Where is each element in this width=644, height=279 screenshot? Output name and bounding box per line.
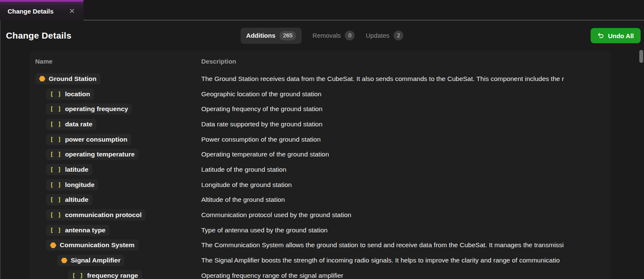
row-name-cell: [ ] location <box>35 89 201 100</box>
row-label: antenna type <box>65 226 105 234</box>
table-row[interactable]: [ ] operating temperature Operating temp… <box>35 147 611 162</box>
row-icon-slot: [ ] <box>50 121 61 128</box>
tab-additions-label: Additions <box>246 32 275 39</box>
row-name-pill[interactable]: Signal Amplifier <box>57 255 124 266</box>
row-name-pill[interactable]: [ ] antenna type <box>46 225 109 236</box>
row-icon-slot: [ ] <box>50 181 61 188</box>
tab-change-details[interactable]: Change Details ✕ <box>0 0 83 20</box>
row-icon-slot: [ ] <box>50 136 61 143</box>
tab-change-details-label: Change Details <box>8 8 53 15</box>
row-name-pill[interactable]: Ground Station <box>35 73 100 84</box>
close-icon[interactable]: ✕ <box>68 7 76 16</box>
row-description: Data rate supported by the ground statio… <box>201 120 611 128</box>
change-filter-tabs: Additions 265 Removals 0 Updates 2 <box>241 28 403 44</box>
row-description: Operating temperature of the ground stat… <box>201 151 611 158</box>
row-icon-slot <box>50 243 56 248</box>
table-row[interactable]: Signal Amplifier The Signal Amplifier bo… <box>35 253 611 268</box>
table-row[interactable]: Ground Station The Ground Station receiv… <box>35 71 611 86</box>
row-name-cell: [ ] longitude <box>35 179 201 190</box>
row-description: Type of antenna used by the ground stati… <box>201 226 611 234</box>
undo-all-button[interactable]: Undo All <box>591 28 641 43</box>
row-name-pill[interactable]: Communication System <box>46 240 139 251</box>
tab-removals[interactable]: Removals 0 <box>313 31 355 40</box>
array-brackets-icon: [ ] <box>50 212 61 218</box>
component-hexagon-icon <box>50 243 56 248</box>
additions-count-badge: 265 <box>280 31 296 40</box>
table-row[interactable]: [ ] power consumption Power consumption … <box>35 132 611 147</box>
row-name-pill[interactable]: [ ] data rate <box>46 119 96 130</box>
row-description: Latitude of the ground station <box>201 166 611 173</box>
updates-count-badge: 2 <box>394 31 403 40</box>
row-name-pill[interactable]: [ ] longitude <box>46 179 98 190</box>
table-row[interactable]: [ ] data rate Data rate supported by the… <box>35 117 611 132</box>
row-name-cell: [ ] communication protocol <box>35 209 201 220</box>
column-header-name: Name <box>35 58 201 65</box>
row-icon-slot: [ ] <box>50 196 61 203</box>
table-row[interactable]: Communication System The Communication S… <box>35 238 611 253</box>
row-icon-slot: [ ] <box>50 227 61 234</box>
row-description: Operating frequency of the ground statio… <box>201 105 611 113</box>
row-icon-slot <box>39 76 45 81</box>
table-row[interactable]: [ ] longitude Longitude of the ground st… <box>35 177 611 193</box>
window-left-border <box>0 20 0 279</box>
undo-all-label: Undo All <box>608 32 634 39</box>
row-label: Signal Amplifier <box>71 257 120 264</box>
row-label: altitude <box>65 196 88 204</box>
row-name-pill[interactable]: [ ] frequency range <box>68 270 142 279</box>
array-brackets-icon: [ ] <box>50 181 61 188</box>
document-tab-bar: Change Details ✕ <box>0 0 644 20</box>
component-hexagon-icon <box>61 258 67 263</box>
row-label: Ground Station <box>49 75 97 83</box>
table-row[interactable]: [ ] latitude Latitude of the ground stat… <box>35 162 611 177</box>
row-label: operating temperature <box>65 151 135 158</box>
column-header-description: Description <box>201 58 611 65</box>
row-name-cell: [ ] antenna type <box>35 225 201 236</box>
vertical-scrollbar-thumb[interactable] <box>639 50 643 63</box>
row-name-cell: [ ] latitude <box>35 164 201 175</box>
array-brackets-icon: [ ] <box>50 106 61 112</box>
row-name-pill[interactable]: [ ] communication protocol <box>46 209 145 220</box>
row-icon-slot: [ ] <box>50 151 61 158</box>
table-row[interactable]: [ ] frequency range Operating frequency … <box>35 268 611 279</box>
row-label: latitude <box>65 166 88 173</box>
row-label: power consumption <box>65 136 127 143</box>
table-row[interactable]: [ ] operating frequency Operating freque… <box>35 101 611 117</box>
row-description: Longitude of the ground station <box>201 181 611 189</box>
row-description: Communication protocol used by the groun… <box>201 211 611 219</box>
row-name-cell: [ ] power consumption <box>35 134 201 145</box>
row-icon-slot <box>61 258 67 263</box>
table-row[interactable]: [ ] communication protocol Communication… <box>35 207 611 223</box>
tree-rows-container: Ground Station The Ground Station receiv… <box>35 71 611 279</box>
array-brackets-icon: [ ] <box>50 121 61 128</box>
array-brackets-icon: [ ] <box>50 196 61 203</box>
component-hexagon-icon <box>39 76 45 81</box>
row-name-pill[interactable]: [ ] operating frequency <box>46 103 132 114</box>
removals-count-badge: 0 <box>345 31 355 40</box>
row-label: Communication System <box>60 241 135 249</box>
row-label: data rate <box>65 120 92 128</box>
row-description: Power consumption of the ground station <box>201 136 611 143</box>
table-row[interactable]: [ ] location Geographic location of the … <box>35 86 611 102</box>
row-name-cell: Communication System <box>35 240 201 251</box>
tab-additions[interactable]: Additions 265 <box>241 28 302 44</box>
row-name-pill[interactable]: [ ] power consumption <box>46 134 131 145</box>
page-title: Change Details <box>6 31 72 41</box>
row-label: operating frequency <box>65 105 128 113</box>
undo-icon <box>597 32 604 39</box>
tab-removals-label: Removals <box>313 32 341 39</box>
row-label: longitude <box>65 181 94 189</box>
row-name-pill[interactable]: [ ] altitude <box>46 194 92 205</box>
table-row[interactable]: [ ] altitude Altitude of the ground stat… <box>35 193 611 208</box>
table-row[interactable]: [ ] antenna type Type of antenna used by… <box>35 223 611 238</box>
row-icon-slot: [ ] <box>50 106 61 112</box>
row-name-cell: [ ] data rate <box>35 119 201 130</box>
row-icon-slot: [ ] <box>72 272 83 279</box>
table-header-row: Name Description <box>35 58 611 71</box>
tab-updates[interactable]: Updates 2 <box>366 31 403 40</box>
row-name-cell: Ground Station <box>35 73 201 84</box>
row-name-pill[interactable]: [ ] operating temperature <box>46 149 139 160</box>
row-name-pill[interactable]: [ ] location <box>46 89 94 100</box>
array-brackets-icon: [ ] <box>72 272 83 279</box>
row-name-pill[interactable]: [ ] latitude <box>46 164 92 175</box>
row-description: Operating frequency range of the signal … <box>201 272 611 279</box>
